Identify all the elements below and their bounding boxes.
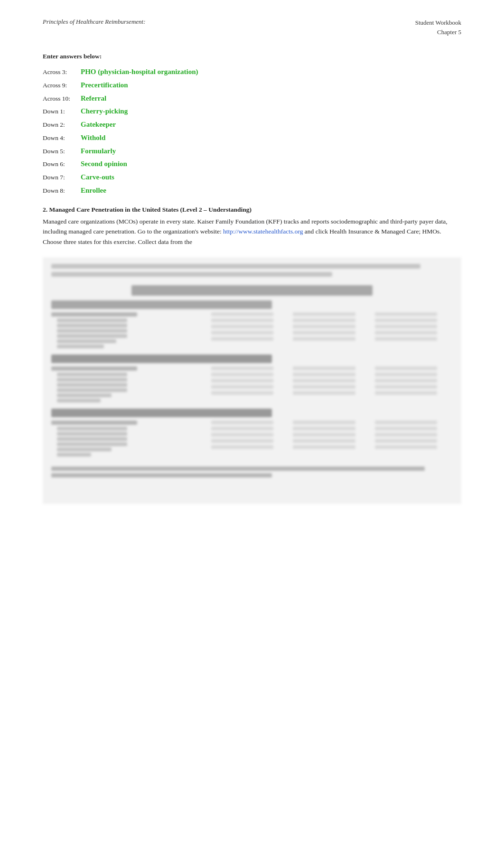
answer-label-5: Down 4: [43,132,81,144]
statehealthfacts-link[interactable]: http://www.statehealthfacts.org [223,228,303,235]
blurred-table-title [131,285,373,296]
answer-label-2: Across 10: [43,93,81,105]
answer-row-9: Down 8: Enrollee [43,184,461,197]
blurred-content-area [43,257,461,504]
section2-block: 2. Managed Care Penetration in the Unite… [43,206,461,247]
answer-value-9: Enrollee [81,184,106,197]
answer-label-7: Down 6: [43,159,81,170]
blurred-line-2 [51,272,332,277]
blurred-section-header-3 [51,409,272,417]
answer-row-0: Across 3: PHO (physician-hospital organi… [43,65,461,79]
answer-label-1: Across 9: [43,80,81,92]
blurred-table-section-1 [51,300,453,350]
answer-label-0: Across 3: [43,66,81,78]
page: Principles of Healthcare Reimbursement: … [0,0,504,841]
blurred-line-1 [51,264,420,269]
answer-row-3: Down 1: Cherry-picking [43,105,461,118]
answer-row-8: Down 7: Carve-outs [43,171,461,184]
answer-label-4: Down 2: [43,119,81,131]
answers-block: Enter answers below: Across 3: PHO (phys… [43,50,461,197]
answer-row-5: Down 4: Withold [43,131,461,145]
header-left: Principles of Healthcare Reimbursement: [43,18,146,26]
blurred-bottom-text [51,467,453,477]
blurred-table-section-3 [51,409,453,458]
answers-title: Enter answers below: [43,50,461,63]
blurred-section-header-1 [51,300,272,309]
answer-row-7: Down 6: Second opinion [43,158,461,171]
answer-value-3: Cherry-picking [81,105,128,118]
answer-label-3: Down 1: [43,106,81,118]
answer-value-8: Carve-outs [81,171,114,184]
section2-title: 2. Managed Care Penetration in the Unite… [43,206,461,214]
answer-row-4: Down 2: Gatekeeper [43,118,461,131]
blurred-table-section-2 [51,355,453,404]
answer-value-1: Precertification [81,79,128,92]
page-header: Principles of Healthcare Reimbursement: … [43,18,461,37]
answer-value-6: Formularly [81,145,116,158]
answer-row-2: Across 10: Referral [43,92,461,105]
answer-label-9: Down 8: [43,185,81,197]
answer-value-5: Withold [81,131,105,145]
answer-value-7: Second opinion [81,158,127,171]
answer-value-0: PHO (physician-hospital organization) [81,65,198,79]
answer-row-1: Across 9: Precertification [43,79,461,92]
answer-label-6: Down 5: [43,146,81,158]
answer-value-4: Gatekeeper [81,118,116,131]
answer-label-8: Down 7: [43,172,81,184]
blurred-section-header-2 [51,355,272,363]
section2-body: Managed care organizations (MCOs) operat… [43,216,461,247]
answer-row-6: Down 5: Formularly [43,145,461,158]
header-right: Student Workbook Chapter 5 [415,18,461,37]
answer-value-2: Referral [81,92,106,105]
